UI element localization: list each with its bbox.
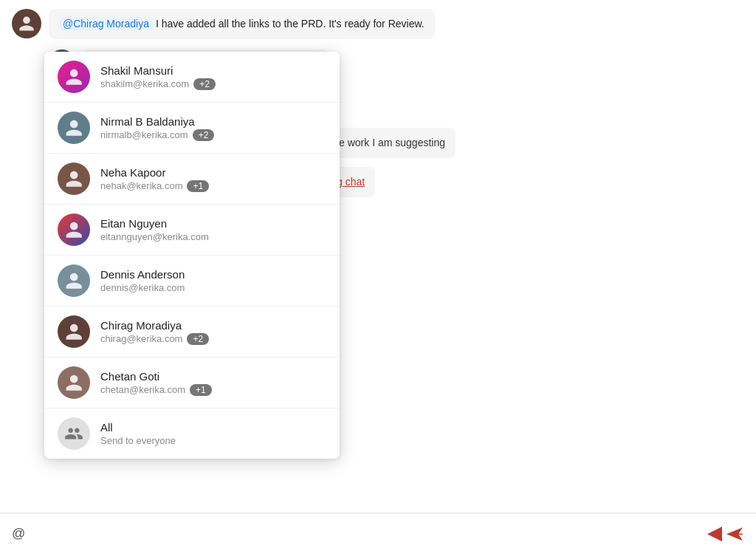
item-avatar-nirmal: [58, 112, 90, 144]
item-info-eitan: Eitan Nguyen eitannguyen@kerika.com: [100, 217, 326, 242]
dropdown-item-chetan[interactable]: Chetan Goti chetan@kerika.com +1: [44, 358, 340, 408]
item-info-nirmal: Nirmal B Baldaniya nirmalb@kerika.com +2: [100, 115, 326, 141]
item-name-all: All: [100, 421, 326, 434]
item-email-dennis: dennis@kerika.com: [100, 282, 326, 293]
dropdown-item-chirag[interactable]: Chirag Moradiya chirag@kerika.com +2: [44, 307, 340, 358]
dropdown-item-eitan[interactable]: Eitan Nguyen eitannguyen@kerika.com: [44, 205, 340, 256]
item-name-dennis: Dennis Anderson: [100, 268, 326, 281]
message-text: I have added all the links to the PRD. I…: [156, 18, 425, 30]
dropdown-item-neha[interactable]: Neha Kapoor nehak@kerika.com +1: [44, 154, 340, 205]
at-symbol: @: [12, 526, 25, 541]
mention-dropdown: Shakil Mansuri shakilm@kerika.com +2 Nir…: [44, 52, 340, 459]
badge: +1: [187, 180, 209, 192]
top-message-row: @Chirag MoradiyaI have added all the lin…: [12, 9, 744, 39]
item-info-neha: Neha Kapoor nehak@kerika.com +1: [100, 166, 326, 192]
item-info-all: All Send to everyone: [100, 421, 326, 446]
item-name-nirmal: Nirmal B Baldaniya: [100, 115, 326, 128]
item-email-shakil: shakilm@kerika.com +2: [100, 78, 326, 90]
badge: +1: [190, 384, 212, 396]
item-email-nirmal: nirmalb@kerika.com +2: [100, 129, 326, 141]
badge: +2: [187, 333, 209, 345]
dropdown-item-nirmal[interactable]: Nirmal B Baldaniya nirmalb@kerika.com +2: [44, 103, 340, 154]
input-bar: @: [0, 513, 756, 554]
item-subtext-all: Send to everyone: [100, 435, 326, 446]
dropdown-item-dennis[interactable]: Dennis Anderson dennis@kerika.com: [44, 256, 340, 307]
mention-tag: @Chirag Moradiya: [59, 17, 153, 30]
item-avatar-chirag: [58, 315, 90, 348]
item-info-chetan: Chetan Goti chetan@kerika.com +1: [100, 370, 326, 396]
item-avatar-chetan: [58, 366, 90, 399]
item-name-shakil: Shakil Mansuri: [100, 64, 326, 77]
item-avatar-neha: [58, 163, 90, 195]
item-avatar-dennis: [58, 264, 90, 297]
message-input[interactable]: [32, 527, 697, 540]
item-avatar-eitan: [58, 213, 90, 246]
item-info-shakil: Shakil Mansuri shakilm@kerika.com +2: [100, 64, 326, 90]
item-info-dennis: Dennis Anderson dennis@kerika.com: [100, 268, 326, 293]
item-name-eitan: Eitan Nguyen: [100, 217, 326, 230]
item-name-chetan: Chetan Goti: [100, 370, 326, 383]
item-email-neha: nehak@kerika.com +1: [100, 180, 326, 192]
item-email-chirag: chirag@kerika.com +2: [100, 333, 326, 345]
item-name-neha: Neha Kapoor: [100, 166, 326, 179]
item-avatar-shakil: [58, 61, 90, 93]
send-button[interactable]: [704, 524, 744, 544]
item-email-chetan: chetan@kerika.com +1: [100, 384, 326, 396]
item-name-chirag: Chirag Moradiya: [100, 319, 326, 332]
badge: +2: [193, 129, 215, 141]
item-info-chirag: Chirag Moradiya chirag@kerika.com +2: [100, 319, 326, 345]
dropdown-item-all[interactable]: All Send to everyone: [44, 408, 340, 459]
avatar: [12, 9, 41, 38]
dropdown-item-shakil[interactable]: Shakil Mansuri shakilm@kerika.com +2: [44, 52, 340, 103]
badge: +2: [193, 78, 216, 90]
top-message-bubble: @Chirag MoradiyaI have added all the lin…: [49, 9, 435, 39]
all-icon: [58, 417, 90, 450]
item-email-eitan: eitannguyen@kerika.com: [100, 231, 326, 242]
